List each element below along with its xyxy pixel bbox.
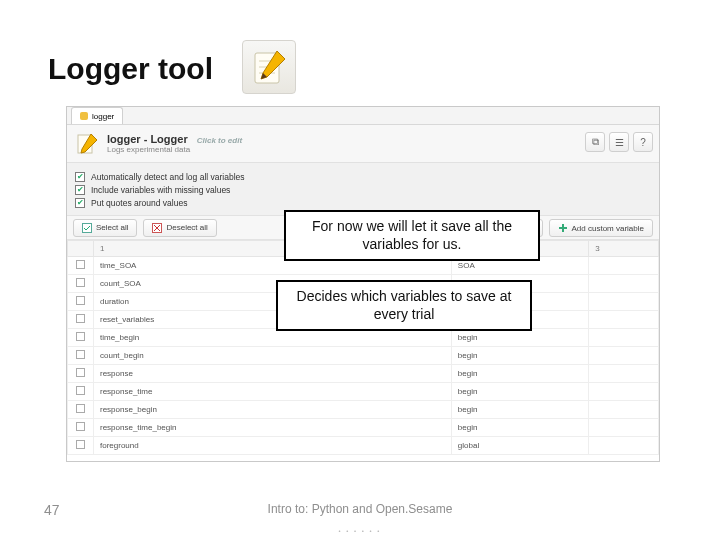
annotation-callout-1: For now we will let it save all the vari… [284, 210, 540, 261]
notepad-pencil-icon [242, 40, 296, 94]
checkbox-icon [76, 440, 85, 449]
variable-name-cell: response [94, 365, 452, 383]
decorative-ticks: • • • • • • [0, 528, 720, 534]
variable-source-cell: begin [451, 329, 588, 347]
col-3[interactable]: 3 [589, 241, 659, 257]
button-label: Deselect all [166, 223, 207, 232]
logger-tab-icon [80, 112, 88, 120]
variable-extra-cell [589, 401, 659, 419]
row-checkbox-cell[interactable] [68, 347, 94, 365]
checkbox-icon [76, 278, 85, 287]
variable-extra-cell [589, 293, 659, 311]
add-custom-variable-button[interactable]: Add custom variable [549, 219, 653, 237]
tab-logger[interactable]: logger [71, 107, 123, 124]
variable-source-cell: begin [451, 365, 588, 383]
row-checkbox-cell[interactable] [68, 329, 94, 347]
variable-name-cell: foreground [94, 437, 452, 455]
table-row[interactable]: responsebegin [68, 365, 659, 383]
row-checkbox-cell[interactable] [68, 401, 94, 419]
row-checkbox-cell[interactable] [68, 311, 94, 329]
variables-table: 1 2 3 time_SOASOAcount_SOASOAdurationSOA… [67, 240, 659, 455]
variable-source-cell: global [451, 437, 588, 455]
checkbox-icon [76, 296, 85, 305]
variable-name-cell: response_time_begin [94, 419, 452, 437]
row-checkbox-cell[interactable] [68, 293, 94, 311]
row-checkbox-cell[interactable] [68, 275, 94, 293]
variable-extra-cell [589, 383, 659, 401]
click-to-edit-hint[interactable]: Click to edit [197, 136, 242, 145]
row-checkbox-cell[interactable] [68, 365, 94, 383]
variable-source-cell: begin [451, 347, 588, 365]
variable-extra-cell [589, 419, 659, 437]
options-panel: ✔ Automatically detect and log all varia… [67, 163, 659, 216]
checkbox-icon [76, 404, 85, 413]
table-row[interactable]: count_beginbegin [68, 347, 659, 365]
variable-name-cell: response_time [94, 383, 452, 401]
variable-name-cell: time_begin [94, 329, 452, 347]
slide-footer: Intro to: Python and Open.Sesame [0, 502, 720, 516]
header-help-button[interactable]: ? [633, 132, 653, 152]
select-all-icon [82, 223, 92, 233]
slide-title: Logger tool [48, 52, 213, 86]
variable-extra-cell [589, 437, 659, 455]
button-label: Select all [96, 223, 128, 232]
variables-table-container: 1 2 3 time_SOASOAcount_SOASOAdurationSOA… [67, 240, 659, 462]
table-row[interactable]: time_beginbegin [68, 329, 659, 347]
checkmark-icon: ✔ [75, 198, 85, 208]
row-checkbox-cell[interactable] [68, 437, 94, 455]
header-action-2[interactable]: ☰ [609, 132, 629, 152]
checkmark-icon: ✔ [75, 172, 85, 182]
header-action-1[interactable]: ⧉ [585, 132, 605, 152]
variable-source-cell: begin [451, 401, 588, 419]
header-subtitle: Logs experimental data [107, 145, 242, 154]
checkbox-icon [76, 332, 85, 341]
variable-extra-cell [589, 365, 659, 383]
variable-name-cell: response_begin [94, 401, 452, 419]
variable-extra-cell [589, 311, 659, 329]
row-checkbox-cell[interactable] [68, 419, 94, 437]
select-all-button[interactable]: Select all [73, 219, 137, 237]
row-checkbox-cell[interactable] [68, 383, 94, 401]
variable-source-cell: begin [451, 419, 588, 437]
variable-source-cell: begin [451, 383, 588, 401]
checkbox-icon [76, 260, 85, 269]
row-checkbox-cell[interactable] [68, 257, 94, 275]
table-row[interactable]: response_time_beginbegin [68, 419, 659, 437]
logger-icon [75, 132, 99, 156]
checkbox-icon [76, 422, 85, 431]
variable-extra-cell [589, 347, 659, 365]
button-label: Add custom variable [572, 224, 644, 233]
variable-extra-cell [589, 257, 659, 275]
variable-name-cell: count_begin [94, 347, 452, 365]
checkmark-icon: ✔ [75, 185, 85, 195]
table-row[interactable]: foregroundglobal [68, 437, 659, 455]
checkbox-label: Put quotes around values [91, 198, 187, 208]
annotation-callout-2: Decides which variables to save at every… [276, 280, 532, 331]
tab-label: logger [92, 112, 114, 121]
svg-rect-8 [83, 223, 92, 232]
checkbox-label: Automatically detect and log all variabl… [91, 172, 245, 182]
table-row[interactable]: response_timebegin [68, 383, 659, 401]
deselect-all-icon [152, 223, 162, 233]
checkbox-icon [76, 350, 85, 359]
tab-bar: logger [67, 107, 659, 125]
component-header: logger - Logger Click to edit Logs exper… [67, 125, 659, 163]
deselect-all-button[interactable]: Deselect all [143, 219, 216, 237]
checkbox-auto-detect[interactable]: ✔ Automatically detect and log all varia… [75, 172, 651, 182]
checkbox-put-quotes[interactable]: ✔ Put quotes around values [75, 198, 651, 208]
checkbox-icon [76, 386, 85, 395]
col-checkbox[interactable] [68, 241, 94, 257]
variable-extra-cell [589, 275, 659, 293]
checkbox-include-missing[interactable]: ✔ Include variables with missing values [75, 185, 651, 195]
checkbox-icon [76, 314, 85, 323]
header-title: logger - Logger [107, 133, 188, 145]
checkbox-label: Include variables with missing values [91, 185, 230, 195]
table-row[interactable]: response_beginbegin [68, 401, 659, 419]
variable-extra-cell [589, 329, 659, 347]
plus-icon [558, 223, 568, 233]
checkbox-icon [76, 368, 85, 377]
